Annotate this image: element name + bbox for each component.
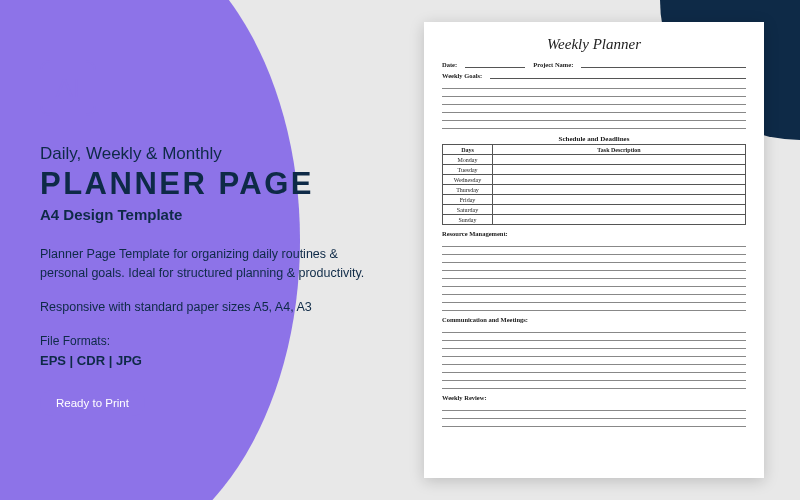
file-formats-label: File Formats:: [40, 334, 400, 348]
ruled-line: [442, 279, 746, 287]
ruled-line: [442, 411, 746, 419]
table-row: Monday: [443, 155, 746, 165]
task-cell: [493, 185, 746, 195]
ruled-line: [442, 325, 746, 333]
goals-row: Weekly Goals:: [442, 72, 746, 79]
ruled-line: [442, 303, 746, 311]
ruled-line: [442, 333, 746, 341]
communication-lines: [442, 325, 746, 389]
ruled-line: [442, 403, 746, 411]
goals-label: Weekly Goals:: [442, 72, 482, 79]
day-cell: Saturday: [443, 205, 493, 215]
col-task: Task Description: [493, 145, 746, 155]
table-header-row: Days Task Description: [443, 145, 746, 155]
ruled-line: [442, 341, 746, 349]
task-cell: [493, 205, 746, 215]
task-cell: [493, 165, 746, 175]
ruled-line: [442, 81, 746, 89]
ruled-line: [442, 121, 746, 129]
ruled-line: [442, 373, 746, 381]
description-paragraph-2: Responsive with standard paper sizes A5,…: [40, 300, 400, 314]
task-cell: [493, 215, 746, 225]
col-days: Days: [443, 145, 493, 155]
date-line: [465, 61, 525, 68]
day-cell: Sunday: [443, 215, 493, 225]
file-formats-values: EPS | CDR | JPG: [40, 353, 400, 368]
ruled-line: [442, 247, 746, 255]
ruled-line: [442, 105, 746, 113]
heading-overline: Daily, Weekly & Monthly: [40, 144, 400, 164]
ruled-line: [442, 255, 746, 263]
ruled-line: [442, 419, 746, 427]
ruled-line: [442, 89, 746, 97]
ruled-line: [442, 365, 746, 373]
communication-label: Communication and Meetings:: [442, 316, 746, 323]
ruled-line: [442, 295, 746, 303]
ruled-line: [442, 381, 746, 389]
project-label: Project Name:: [533, 61, 573, 68]
table-row: Thursday: [443, 185, 746, 195]
ai-logo-badge: AI: [40, 60, 96, 116]
resource-lines: [442, 239, 746, 311]
ruled-line: [442, 113, 746, 121]
table-row: Tuesday: [443, 165, 746, 175]
table-row: Sunday: [443, 215, 746, 225]
task-cell: [493, 195, 746, 205]
ruled-line: [442, 97, 746, 105]
task-cell: [493, 175, 746, 185]
goals-lines: [442, 81, 746, 129]
badge-text: Ready to Print: [56, 397, 129, 409]
ruled-line: [442, 357, 746, 365]
description-paragraph-1: Planner Page Template for organizing dai…: [40, 245, 380, 284]
day-cell: Friday: [443, 195, 493, 205]
table-row: Friday: [443, 195, 746, 205]
ready-to-print-badge: Ready to Print: [40, 390, 145, 416]
task-cell: [493, 155, 746, 165]
ruled-line: [442, 271, 746, 279]
table-row: Saturday: [443, 205, 746, 215]
heading-main: PLANNER PAGE: [40, 166, 400, 202]
ruled-line: [442, 349, 746, 357]
ruled-line: [442, 287, 746, 295]
planner-preview-page: Weekly Planner Date: Project Name: Weekl…: [424, 22, 764, 478]
table-row: Wednesday: [443, 175, 746, 185]
ruled-line: [442, 263, 746, 271]
day-cell: Tuesday: [443, 165, 493, 175]
date-project-row: Date: Project Name:: [442, 61, 746, 68]
ruled-line: [442, 239, 746, 247]
schedule-heading: Schedule and Deadlines: [442, 135, 746, 143]
day-cell: Thursday: [443, 185, 493, 195]
goals-line: [490, 72, 746, 79]
review-label: Weekly Review:: [442, 394, 746, 401]
day-cell: Monday: [443, 155, 493, 165]
project-line: [581, 61, 746, 68]
review-lines: [442, 403, 746, 427]
day-cell: Wednesday: [443, 175, 493, 185]
planner-title: Weekly Planner: [442, 36, 746, 53]
ai-logo-text: AI: [56, 73, 81, 104]
resource-label: Resource Management:: [442, 230, 746, 237]
promo-panel: AI Daily, Weekly & Monthly PLANNER PAGE …: [40, 60, 400, 416]
schedule-table: Days Task Description Monday Tuesday Wed…: [442, 144, 746, 225]
heading-subtitle: A4 Design Template: [40, 206, 400, 223]
date-label: Date:: [442, 61, 457, 68]
